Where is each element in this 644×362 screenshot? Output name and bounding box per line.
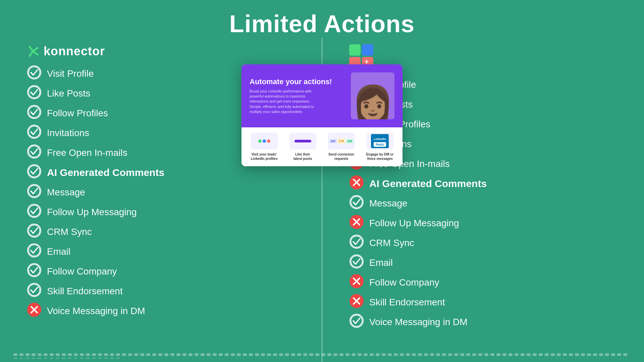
right-feature-voice-messaging: Voice Messaging in DM xyxy=(349,313,624,330)
svg-point-63 xyxy=(350,196,363,208)
check-icon xyxy=(27,124,42,141)
right-feature-follow-company: Follow Company xyxy=(349,274,624,291)
check-icon xyxy=(27,263,42,280)
check-icon xyxy=(27,65,42,82)
right-feature-message: Message xyxy=(349,195,624,212)
svg-point-25 xyxy=(28,224,41,237)
svg-point-10 xyxy=(28,125,41,138)
svg-point-22 xyxy=(28,204,41,217)
left-feature-voice-messaging: Voice Messaging in DM xyxy=(27,302,302,319)
right-feature-skill-endorsement: Skill Endorsement xyxy=(349,294,624,311)
feature-label-message: Message xyxy=(369,198,408,209)
right-feature-follow-up-messaging: Follow Up Messaging xyxy=(349,215,624,232)
check-icon xyxy=(349,254,364,271)
svg-rect-40 xyxy=(362,44,373,56)
x-icon xyxy=(349,175,364,192)
right-feature-crm-sync: CRM Sync xyxy=(349,234,624,251)
ad-step-4-icon: LinkedIn Reply xyxy=(367,133,393,149)
right-feature-ai-comments: AI Generated Comments xyxy=(349,175,624,192)
ad-step-4: LinkedIn Reply Engage by DM orVoice mess… xyxy=(363,133,397,161)
check-icon xyxy=(27,283,42,300)
konnector-logo-icon xyxy=(27,45,40,58)
ad-step-1: Visit your leads'LinkedIn profiles xyxy=(247,133,281,161)
center-ad-image: Automate your actions! Boost your Linked… xyxy=(241,64,402,166)
svg-point-1 xyxy=(28,66,41,79)
feature-label-follow-up-messaging: Follow Up Messaging xyxy=(369,218,459,229)
svg-point-4 xyxy=(28,86,41,99)
svg-point-81 xyxy=(350,314,363,327)
check-icon xyxy=(349,195,364,212)
ad-person-image: 👩🏽 xyxy=(351,72,394,119)
konnector-logo: konnector xyxy=(27,44,302,58)
left-feature-crm-sync: CRM Sync xyxy=(27,223,302,240)
feature-label-crm-sync: CRM Sync xyxy=(47,227,92,237)
svg-point-19 xyxy=(28,185,41,197)
feature-label-skill-endorsement: Skill Endorsement xyxy=(47,286,123,297)
page-title: Limited Actions xyxy=(0,0,644,38)
dotted-bottom-bar: // Render dots inline const bar = docume… xyxy=(0,353,644,359)
left-feature-follow-company: Follow Company xyxy=(27,263,302,280)
feature-label-skill-endorsement: Skill Endorsement xyxy=(369,297,445,308)
x-icon xyxy=(349,215,364,232)
feature-label-email: Email xyxy=(47,246,70,257)
svg-point-34 xyxy=(28,284,41,296)
feature-label-invitations: Invitations xyxy=(47,128,89,138)
ad-step-1-icon xyxy=(251,133,278,149)
feature-label-visit-profile: Visit Profile xyxy=(47,68,94,79)
ad-header-text: Automate your actions! Boost your Linked… xyxy=(250,77,332,115)
x-icon xyxy=(349,294,364,311)
left-feature-follow-up-messaging: Follow Up Messaging xyxy=(27,203,302,221)
svg-point-72 xyxy=(350,255,363,268)
feature-label-voice-messaging: Voice Messaging in DM xyxy=(47,306,145,316)
feature-label-follow-company: Follow Company xyxy=(47,266,117,277)
ad-step-2: Like theirlatest posts xyxy=(285,133,320,161)
konnector-logo-text: konnector xyxy=(44,44,105,58)
ad-step-1-label: Visit your leads'LinkedIn profiles xyxy=(251,152,277,161)
check-icon xyxy=(27,203,42,221)
ad-step-2-label: Like theirlatest posts xyxy=(293,152,312,161)
x-icon xyxy=(349,274,364,291)
check-icon xyxy=(27,223,42,240)
check-icon xyxy=(27,164,42,181)
feature-label-like-posts: Like Posts xyxy=(47,88,90,99)
feature-label-ai-comments: AI Generated Comments xyxy=(47,167,164,178)
feature-label-email: Email xyxy=(369,257,393,268)
ad-header: Automate your actions! Boost your Linked… xyxy=(241,64,402,127)
ad-headline: Automate your actions! xyxy=(250,77,332,86)
x-icon xyxy=(27,302,42,319)
feature-label-follow-up-messaging: Follow Up Messaging xyxy=(47,207,137,218)
svg-point-16 xyxy=(28,165,41,178)
svg-point-31 xyxy=(28,264,41,277)
check-icon xyxy=(349,313,364,330)
svg-point-7 xyxy=(28,106,41,118)
svg-point-13 xyxy=(28,145,41,158)
ad-step-3: 182 179 120 Send connexionrequests xyxy=(324,133,359,161)
content-area: konnector Visit Profile Like Posts Follo… xyxy=(0,38,644,362)
svg-point-28 xyxy=(28,244,41,257)
check-icon xyxy=(27,105,42,122)
ad-step-3-icon: 182 179 120 xyxy=(328,133,355,149)
feature-label-crm-sync: CRM Sync xyxy=(369,238,414,248)
check-icon xyxy=(27,85,42,102)
check-icon xyxy=(27,243,42,260)
left-feature-message: Message xyxy=(27,184,302,201)
ad-body: Visit your leads'LinkedIn profiles Like … xyxy=(241,127,402,166)
ad-steps: Visit your leads'LinkedIn profiles Like … xyxy=(247,133,397,161)
ad-step-4-label: Engage by DM orVoice messages xyxy=(366,152,394,161)
feature-label-ai-comments: AI Generated Comments xyxy=(369,178,487,189)
right-feature-email: Email xyxy=(349,254,624,271)
feature-label-follow-profiles: Follow Profiles xyxy=(47,108,108,119)
feature-label-voice-messaging: Voice Messaging in DM xyxy=(369,317,468,327)
ad-step-2-icon xyxy=(289,133,316,149)
svg-rect-39 xyxy=(349,44,361,56)
feature-label-follow-company: Follow Company xyxy=(369,277,439,288)
check-icon xyxy=(349,234,364,251)
feature-label-message: Message xyxy=(47,187,85,198)
svg-point-69 xyxy=(350,235,363,248)
ad-step-3-label: Send connexionrequests xyxy=(328,152,354,161)
ad-description: Boost your LinkedIn performance with pow… xyxy=(250,89,317,115)
check-icon xyxy=(27,184,42,201)
left-feature-ai-comments: AI Generated Comments xyxy=(27,164,302,181)
left-feature-email: Email xyxy=(27,243,302,260)
check-icon xyxy=(27,144,42,161)
